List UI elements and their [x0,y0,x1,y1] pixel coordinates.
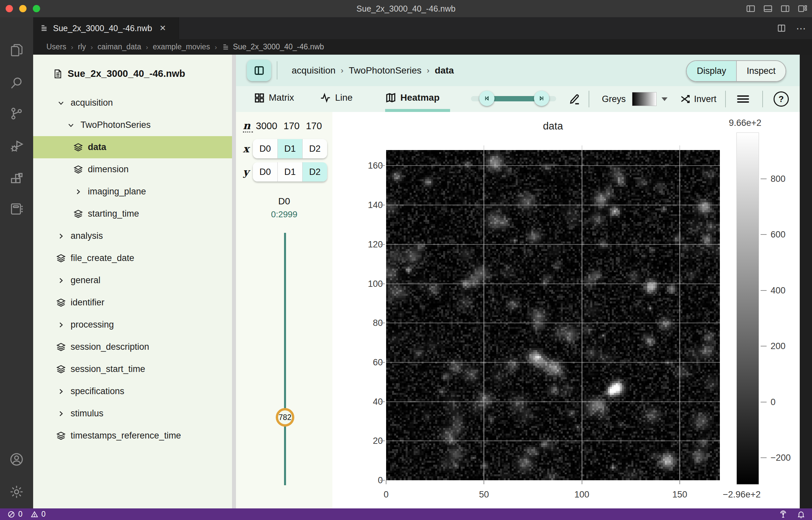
toggle-sidebar-left-icon[interactable] [746,4,756,14]
y-axis-tick [380,322,385,323]
tree-item-identifier[interactable]: identifier [33,291,232,314]
chevron-down-icon[interactable] [56,98,66,108]
y-dim-button-d1[interactable]: D1 [277,162,302,182]
nwb-file-list-icon [40,24,48,32]
tree-item-session_description[interactable]: session_description [33,336,232,358]
tree-item-label: TwoPhotonSeries [80,120,151,130]
colormap-dropdown-arrow-icon[interactable] [662,86,667,112]
settings-gear-icon[interactable] [9,484,24,499]
tab-close-icon[interactable]: ✕ [159,24,166,33]
tree-item-label: timestamps_reference_time [71,431,181,441]
tree-item-TwoPhotonSeries[interactable]: TwoPhotonSeries [33,114,232,136]
breadcrumb-segment[interactable]: caiman_data [97,43,141,51]
customize-layout-icon[interactable] [797,4,807,14]
dimension-controls: n 3000170170 x D0D1D2 y D0D1D2 D0 0:2999… [236,112,333,509]
colorbar-tick-label: 400 [770,285,786,295]
edit-pen-icon[interactable] [568,86,581,112]
chevron-right-icon[interactable] [56,408,66,419]
colorbar-tick-label: 600 [770,230,786,240]
x-dim-button-d0[interactable]: D0 [253,139,277,158]
tree-item-general[interactable]: general [33,269,232,291]
y-dim-button-d0[interactable]: D0 [253,162,277,182]
invert-label[interactable]: Invert [694,86,717,112]
tree-item-label: analysis [71,231,103,241]
chevron-right-icon[interactable] [73,186,83,197]
explorer-icon[interactable] [9,43,24,58]
tree-item-stimulus[interactable]: stimulus [33,402,232,425]
sidebar-toggle-button[interactable] [247,60,271,81]
tree-item-file_create_date[interactable]: file_create_date [33,247,232,269]
breadcrumb-file[interactable]: Sue_2x_3000_40_-46.nwb [222,43,324,51]
nwb-extension-icon[interactable] [9,201,24,217]
help-icon[interactable]: ? [773,86,789,112]
account-icon[interactable] [9,452,24,467]
chevron-right-icon[interactable] [56,275,66,286]
invert-arrows-icon[interactable] [680,86,691,112]
toggle-sidebar-right-icon[interactable] [780,4,790,14]
tree-item-label: session_description [71,342,149,352]
chevron-right-icon[interactable] [56,320,66,330]
y-axis-tick [380,205,385,205]
display-mode-button[interactable]: Display [687,61,736,81]
dataset-layers-icon [56,431,66,441]
toggle-panel-icon[interactable] [763,4,773,14]
y-dim-button-d2[interactable]: D2 [302,162,327,182]
tree-list: acquisitionTwoPhotonSeriesdatadimensioni… [33,92,232,447]
tree-item-label: processing [71,320,114,330]
tree-item-timestamps_reference_time[interactable]: timestamps_reference_time [33,425,232,447]
viewer-breadcrumb-segment[interactable]: acquisition [292,65,336,76]
breadcrumb-segment[interactable]: example_movies [153,43,210,51]
shape-row: n 3000170170 [236,119,333,132]
breadcrumb-segment[interactable]: Users [46,43,66,51]
tree-item-label: session_start_time [71,364,145,374]
editor-tab[interactable]: Sue_2x_3000_40_-46.nwb ✕ [33,17,179,39]
menu-icon[interactable] [737,86,749,112]
tree-item-imaging_plane[interactable]: imaging_plane [33,181,232,203]
colorbar-min-label: −2.96e+2 [723,490,761,500]
chevron-right-icon[interactable] [56,386,66,397]
tree-item-starting_time[interactable]: starting_time [33,203,232,225]
x-gridline [680,146,680,480]
file-root-item[interactable]: Sue_2x_3000_40_-46.nwb [52,64,232,83]
panel-resize-sash[interactable] [232,55,236,509]
tree-item-analysis[interactable]: analysis [33,225,232,247]
breadcrumb-segment[interactable]: rly [78,43,86,51]
search-icon[interactable] [9,76,24,91]
shape-value: 170 [306,121,322,131]
y-dimension-row: y D0D1D2 [236,162,333,182]
colorbar-max-label: 9.66e+2 [729,118,761,128]
breadcrumb-separator-icon: › [215,43,217,51]
chevron-down-icon[interactable] [66,120,76,130]
colormap-swatch[interactable] [632,86,657,112]
window-title: Sue_2x_3000_40_-46.nwb [0,4,812,14]
problems-status[interactable]: 0 0 [7,510,46,519]
tree-item-data[interactable]: data [33,136,232,158]
more-actions-icon[interactable]: ⋯ [796,23,807,34]
tree-item-processing[interactable]: processing [33,314,232,336]
frame-slider-track[interactable] [284,233,286,485]
plot-area[interactable] [386,150,720,480]
split-editor-icon[interactable] [777,24,786,33]
notifications-bell-icon[interactable] [797,510,805,519]
y-dimension-selector: D0D1D2 [253,162,327,182]
extensions-icon[interactable] [9,172,24,187]
frame-slider-handle[interactable]: 782 [276,408,294,426]
tree-item-session_start_time[interactable]: session_start_time [33,358,232,380]
colorbar-tick [761,234,767,235]
viewer-breadcrumb: acquisition›TwoPhotonSeries›data [292,55,454,86]
x-dim-button-d1[interactable]: D1 [277,139,302,158]
source-control-icon[interactable] [9,106,24,121]
inspect-mode-button[interactable]: Inspect [736,61,786,81]
viewer-breadcrumb-segment[interactable]: TwoPhotonSeries [349,65,421,76]
x-axis-tick [680,480,680,484]
tree-item-acquisition[interactable]: acquisition [33,92,232,114]
x-dim-button-d2[interactable]: D2 [302,139,327,158]
tree-item-dimension[interactable]: dimension [33,158,232,181]
tree-item-specifications[interactable]: specifications [33,380,232,402]
remote-indicator-icon[interactable] [779,510,787,519]
x-axis-tick [484,480,484,484]
chevron-right-icon[interactable] [56,231,66,241]
run-debug-icon[interactable] [9,138,24,154]
heatmap-image[interactable] [386,150,720,480]
colormap-label: Greys [602,86,626,112]
